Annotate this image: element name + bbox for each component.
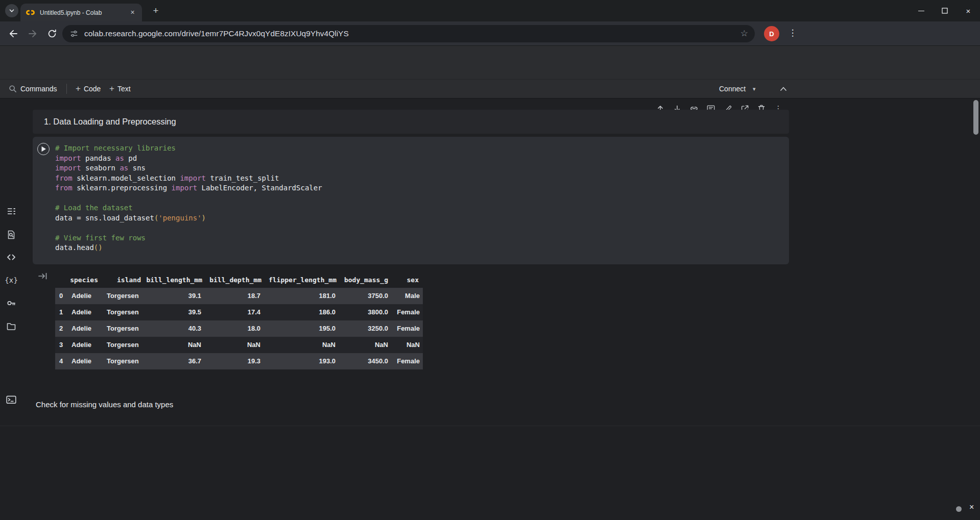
secrets-key-icon[interactable]: [6, 298, 17, 309]
tab-search-button[interactable]: [5, 4, 18, 17]
dataframe-cell: Torgersen: [102, 304, 145, 320]
search-icon[interactable]: [8, 84, 17, 93]
add-text-label: Text: [117, 85, 131, 93]
code-line: # Import necessary libraries: [55, 143, 322, 154]
dataframe-cell: 195.0: [266, 320, 341, 337]
browser-menu-icon[interactable]: ⋮: [786, 27, 799, 39]
code-line: import pandas as pd: [55, 154, 322, 164]
status-dot-icon[interactable]: [956, 506, 962, 512]
site-info-icon[interactable]: [69, 29, 79, 39]
notebook-toolbar: Commands + Code + Text Connect ▾: [0, 79, 980, 98]
dataframe-row: 2AdelieTorgersen40.318.0195.03250.0Femal…: [55, 320, 423, 337]
plus-icon: +: [76, 84, 81, 94]
files-folder-icon[interactable]: [6, 320, 17, 332]
dataframe-cell: 3450.0: [341, 353, 392, 369]
reload-button[interactable]: [46, 28, 58, 40]
code-line: # Load the dataset: [55, 203, 322, 213]
dataframe-cell: NaN: [266, 337, 341, 353]
dataframe-cell: 4: [55, 353, 68, 369]
browser-tab-strip: Untitled5.ipynb - Colab × + ×: [0, 0, 980, 21]
tab-title: Untitled5.ipynb - Colab: [40, 9, 128, 16]
dataframe-cell: 3750.0: [341, 288, 392, 304]
dataframe-cell: NaN: [145, 337, 206, 353]
dataframe-header-cell: species: [68, 273, 102, 288]
dataframe-cell: Female: [392, 304, 423, 320]
tab-close-icon[interactable]: ×: [128, 8, 137, 17]
browser-toolbar: colab.research.google.com/drive/1emr7PC4…: [0, 21, 980, 46]
new-tab-button[interactable]: +: [149, 5, 162, 18]
commands-button[interactable]: Commands: [20, 80, 57, 98]
toolbar-divider: [66, 84, 67, 94]
dataframe-cell: NaN: [341, 337, 392, 353]
colab-header: Untitled5.ipynb ☆ File Edit View Insert …: [0, 46, 980, 79]
dataframe-cell: 181.0: [266, 288, 341, 304]
find-replace-icon[interactable]: [6, 229, 17, 240]
code-line: from sklearn.preprocessing import LabelE…: [55, 183, 322, 193]
dismiss-icon[interactable]: ×: [969, 503, 974, 512]
dataframe-row: 1AdelieTorgersen39.517.4186.03800.0Femal…: [55, 304, 423, 320]
maximize-icon: [942, 8, 948, 14]
connect-dropdown-caret[interactable]: ▾: [753, 80, 756, 98]
back-button[interactable]: [7, 28, 19, 40]
window-controls: ×: [910, 0, 980, 21]
forward-button[interactable]: [27, 28, 39, 40]
dataframe-cell: 36.7: [145, 353, 206, 369]
address-bar[interactable]: colab.research.google.com/drive/1emr7PC4…: [62, 25, 755, 42]
dataframe-cell: 19.3: [206, 353, 266, 369]
plus-icon: +: [109, 84, 114, 94]
dataframe-cell: Adelie: [68, 353, 102, 369]
dataframe-cell: 0: [55, 288, 68, 304]
dataframe-cell: Torgersen: [102, 320, 145, 337]
dataframe-cell: 3: [55, 337, 68, 353]
dataframe-header-row: speciesislandbill_length_mmbill_depth_mm…: [55, 273, 423, 288]
url-text: colab.research.google.com/drive/1emr7PC4…: [84, 29, 349, 38]
dataframe-cell: Male: [392, 288, 423, 304]
add-code-button[interactable]: + Code: [76, 80, 101, 98]
code-line: [55, 223, 322, 233]
markdown-cell[interactable]: 1. Data Loading and Preprocessing: [33, 110, 789, 134]
window-minimize-button[interactable]: [910, 0, 933, 21]
window-close-button[interactable]: ×: [957, 0, 980, 21]
variables-icon[interactable]: {x}: [6, 275, 17, 286]
run-cell-button[interactable]: [37, 143, 50, 155]
dataframe-cell: Torgersen: [102, 288, 145, 304]
bookmark-star-icon[interactable]: ☆: [740, 29, 748, 38]
terminal-icon[interactable]: [6, 394, 17, 405]
dataframe-cell: Adelie: [68, 304, 102, 320]
dataframe-header-cell: sex: [392, 273, 423, 288]
dataframe-cell: 39.5: [145, 304, 206, 320]
add-code-label: Code: [84, 85, 101, 93]
dataframe-table: speciesislandbill_length_mmbill_depth_mm…: [55, 273, 423, 369]
dataframe-cell: NaN: [392, 337, 423, 353]
code-line: # View first few rows: [55, 233, 322, 243]
section-heading: 1. Data Loading and Preprocessing: [44, 110, 176, 134]
dataframe-cell: 3250.0: [341, 320, 392, 337]
dataframe-row: 0AdelieTorgersen39.118.7181.03750.0Male: [55, 288, 423, 304]
browser-profile-avatar[interactable]: D: [764, 26, 779, 41]
chevron-down-icon: [8, 7, 15, 14]
dataframe-cell: 1: [55, 304, 68, 320]
window-maximize-button[interactable]: [933, 0, 957, 21]
code-editor[interactable]: # Import necessary librariesimport panda…: [55, 143, 322, 253]
code-line: [55, 193, 322, 204]
dataframe-cell: Female: [392, 320, 423, 337]
closing-text: Check for missing values and data types: [36, 394, 173, 415]
interactive-table-icon[interactable]: [37, 270, 49, 282]
markdown-cell-2[interactable]: Check for missing values and data types: [33, 394, 789, 415]
dataframe-cell: 2: [55, 320, 68, 337]
browser-tab[interactable]: Untitled5.ipynb - Colab ×: [20, 4, 142, 21]
scrollbar-thumb[interactable]: [973, 100, 978, 135]
minimize-icon: [918, 11, 924, 11]
connect-button[interactable]: Connect: [719, 80, 746, 98]
add-text-button[interactable]: + Text: [109, 80, 131, 98]
code-line: data = sns.load_dataset('penguins'): [55, 213, 322, 224]
collapse-sections-icon[interactable]: [778, 84, 788, 94]
notebook-content: {x} ⋮ 1. Data Loading a: [0, 98, 980, 520]
dataframe-cell: 17.4: [206, 304, 266, 320]
code-snippets-icon[interactable]: [6, 252, 17, 263]
code-cell: # Import necessary librariesimport panda…: [33, 137, 789, 264]
table-of-contents-icon[interactable]: [6, 206, 17, 217]
dataframe-cell: 193.0: [266, 353, 341, 369]
dataframe-cell: Adelie: [68, 288, 102, 304]
dataframe-cell: 3800.0: [341, 304, 392, 320]
